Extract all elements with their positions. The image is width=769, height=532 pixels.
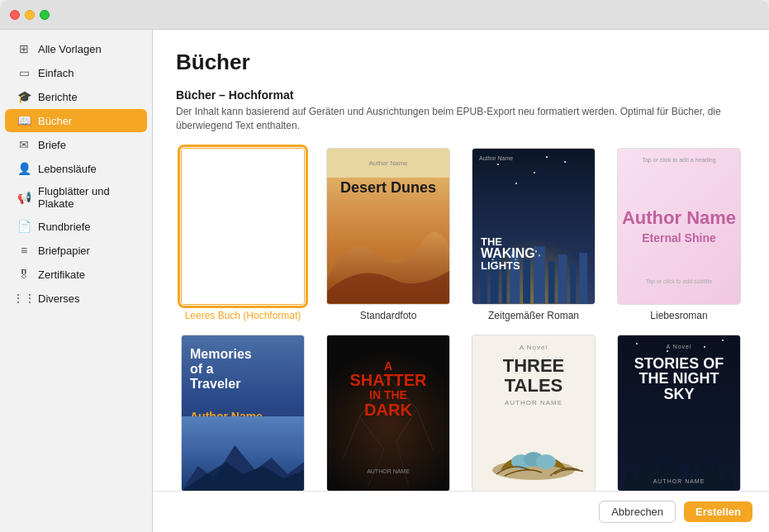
waking-title: THE WAKING LIGHTS — [481, 236, 535, 271]
template-item-blank[interactable]: Leeres Buch (Hochformat) — [176, 148, 310, 321]
sidebar-item-einfach[interactable]: ▭ Einfach — [5, 61, 147, 84]
memories-cover: Memories of a Traveler Author Name — [182, 335, 304, 491]
three-title: THREE TALES — [472, 356, 595, 396]
three-novel: A Novel — [520, 344, 548, 351]
template-grid: Leeres Buch (Hochformat) Author Name Des… — [176, 148, 746, 532]
section-desc: Der Inhalt kann basierend auf Geräten un… — [176, 105, 746, 133]
hat-icon: 🎓 — [17, 89, 31, 104]
sidebar-item-flugblaetter[interactable]: 📢 Flugblätter und Plakate — [5, 181, 147, 214]
sidebar-item-rundbriefe[interactable]: 📄 Rundbriefe — [5, 215, 147, 238]
section-title: Bücher – Hochformat — [176, 88, 746, 102]
svg-rect-2 — [502, 267, 507, 303]
template-item-shatter[interactable]: A SHATTER IN THE DARK AUTHOR NAME Krimin… — [321, 335, 455, 508]
app-body: ⊞ Alle Vorlagen ▭ Einfach 🎓 Berichte 📖 B… — [0, 30, 769, 532]
template-label-blank: Leeres Buch (Hochformat) — [185, 310, 301, 321]
memories-mountain — [182, 433, 304, 491]
main-content: Bücher Bücher – Hochformat Der Inhalt ka… — [153, 30, 769, 532]
svg-line-23 — [396, 441, 409, 486]
doc-icon: ▭ — [17, 65, 31, 80]
eternal-title: Eternal Shine — [642, 231, 715, 245]
grid-icon: ⊞ — [17, 41, 31, 56]
desert-cover: Author Name Desert Dunes — [327, 149, 449, 304]
template-label-desert: Standardfoto — [360, 310, 417, 321]
svg-rect-8 — [570, 264, 576, 303]
sidebar-item-alle-vorlagen[interactable]: ⊞ Alle Vorlagen — [5, 37, 147, 60]
svg-line-18 — [344, 417, 360, 458]
desert-image — [327, 213, 449, 304]
stories-title: STORIES OF THE NIGHT SKY — [618, 356, 740, 403]
megaphone-icon: 📢 — [17, 190, 31, 205]
eternal-author-name: Author Name — [622, 208, 736, 228]
svg-point-27 — [536, 454, 556, 469]
three-cover: A Novel THREE TALES AUTHOR NAME — [472, 335, 595, 491]
template-cover-waking[interactable]: Author Name — [472, 148, 596, 305]
sidebar-item-berichte[interactable]: 🎓 Berichte — [5, 85, 147, 108]
template-label-waking: Zeitgemäßer Roman — [488, 310, 579, 321]
template-item-waking[interactable]: Author Name — [467, 148, 600, 321]
person-icon: 👤 — [17, 161, 31, 176]
template-cover-three[interactable]: A Novel THREE TALES AUTHOR NAME — [472, 335, 596, 492]
template-cover-memories[interactable]: Memories of a Traveler Author Name — [181, 335, 305, 492]
stories-cover: A Novel STORIES OF THE NIGHT SKY — [618, 335, 740, 491]
sidebar: ⊞ Alle Vorlagen ▭ Einfach 🎓 Berichte 📖 B… — [0, 30, 153, 532]
sidebar-item-zertifikate[interactable]: 🎖 Zertifikate — [5, 263, 147, 286]
svg-marker-36 — [719, 465, 736, 490]
desert-title: Desert Dunes — [327, 180, 449, 197]
waking-author: Author Name — [479, 155, 513, 161]
sidebar-item-buecher[interactable]: 📖 Bücher — [5, 109, 147, 132]
memories-title: Memories of a Traveler — [190, 347, 252, 392]
close-button[interactable] — [10, 10, 20, 20]
template-item-desert[interactable]: Author Name Desert Dunes — [321, 148, 455, 321]
sidebar-item-lebenslaeufe[interactable]: 👤 Lebensläufe — [5, 157, 147, 180]
svg-rect-7 — [558, 254, 567, 303]
eternal-subtitle: Tap or click to add subtitle — [646, 278, 713, 284]
svg-rect-15 — [539, 254, 540, 256]
template-item-memories[interactable]: Memories of a Traveler Author Name — [176, 335, 310, 508]
template-cover-blank[interactable] — [181, 148, 305, 305]
ribbon-icon: 🎖 — [17, 267, 31, 282]
title-bar — [0, 0, 769, 30]
stories-author: AUTHOR NAME — [653, 478, 705, 484]
template-item-three[interactable]: A Novel THREE TALES AUTHOR NAME — [467, 335, 600, 508]
svg-line-19 — [359, 417, 384, 449]
eternal-cover: Tap or click to add a heading Author Nam… — [618, 149, 740, 304]
page-title: Bücher — [176, 50, 746, 75]
eternal-author-top: Tap or click to add a heading — [642, 157, 715, 163]
svg-marker-35 — [622, 467, 638, 490]
shatter-cover: A SHATTER IN THE DARK AUTHOR NAME — [327, 335, 449, 491]
envelope-icon: ✉ — [17, 137, 31, 152]
roundletter-icon: 📄 — [17, 219, 31, 234]
template-cover-desert[interactable]: Author Name Desert Dunes — [326, 148, 450, 305]
three-nest — [484, 416, 583, 482]
waking-cover: Author Name — [472, 149, 595, 304]
svg-rect-14 — [535, 250, 537, 252]
traffic-lights — [10, 10, 50, 20]
template-label-eternal: Liebesroman — [650, 310, 707, 321]
template-item-stories[interactable]: A Novel STORIES OF THE NIGHT SKY — [612, 335, 746, 508]
svg-rect-6 — [548, 261, 555, 303]
blank-cover — [182, 149, 304, 304]
minimize-button[interactable] — [25, 10, 35, 20]
shatter-author: AUTHOR NAME — [327, 468, 449, 474]
book-icon: 📖 — [17, 113, 31, 128]
sidebar-item-briefpapier[interactable]: ≡ Briefpapier — [5, 239, 147, 262]
sidebar-item-diverses[interactable]: ⋮⋮ Diverses — [5, 287, 147, 310]
cancel-button[interactable]: Abbrechen — [599, 501, 676, 523]
template-item-eternal[interactable]: Tap or click to add a heading Author Nam… — [612, 148, 746, 321]
svg-rect-9 — [579, 253, 587, 303]
shatter-title: A SHATTER IN THE DARK — [327, 360, 449, 419]
template-cover-shatter[interactable]: A SHATTER IN THE DARK AUTHOR NAME — [326, 335, 450, 492]
bottom-bar: Abbrechen Erstellen — [153, 491, 769, 532]
template-cover-eternal[interactable]: Tap or click to add a heading Author Nam… — [617, 148, 741, 305]
desert-author: Author Name — [327, 149, 449, 178]
three-author: AUTHOR NAME — [505, 399, 563, 406]
sidebar-item-briefe[interactable]: ✉ Briefe — [5, 133, 147, 156]
template-cover-stories[interactable]: A Novel STORIES OF THE NIGHT SKY — [617, 335, 741, 492]
maximize-button[interactable] — [40, 10, 50, 20]
stories-novel: A Novel — [666, 344, 691, 349]
create-button[interactable]: Erstellen — [684, 501, 752, 522]
lines-icon: ≡ — [17, 243, 31, 258]
grid2-icon: ⋮⋮ — [17, 291, 31, 306]
